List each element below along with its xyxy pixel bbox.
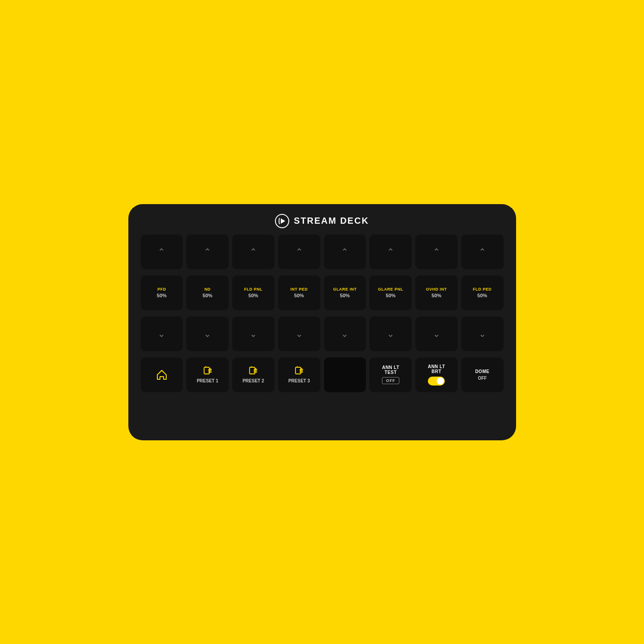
int-ped-value: 50% xyxy=(294,293,304,298)
btn-glare-int[interactable]: GLARE INT 50% xyxy=(324,275,366,310)
fld-pnl-label: FLD PNL xyxy=(244,287,263,292)
row-chevrons-down: ⌄ ⌄ ⌄ ⌄ ⌄ ⌄ ⌄ ⌄ xyxy=(141,316,504,351)
btn-int-ped[interactable]: INT PED 50% xyxy=(278,275,320,310)
preset-icon-3 xyxy=(294,366,304,377)
preset2-label: PRESET 2 xyxy=(242,378,264,383)
btn-ann-lt-test[interactable]: ANN LTTEST OFF xyxy=(369,357,412,392)
btn-down-nd[interactable]: ⌄ xyxy=(186,316,229,351)
dome-status: OFF xyxy=(478,376,487,381)
chevron-down-icon-4: ⌄ xyxy=(295,328,303,339)
chevron-up-icon-2: ⌃ xyxy=(204,246,211,257)
btn-pfd[interactable]: PFD 50% xyxy=(141,275,183,310)
btn-fld-ped[interactable]: FLD PED 50% xyxy=(461,275,504,310)
toggle-thumb-icon xyxy=(437,377,444,385)
chevron-down-icon-3: ⌄ xyxy=(250,328,257,339)
btn-glare-pnl[interactable]: GLARE PNL 50% xyxy=(369,275,412,310)
chevron-down-icon-2: ⌄ xyxy=(204,328,211,339)
chevron-down-icon-6: ⌄ xyxy=(387,328,394,339)
ann-lt-brt-toggle[interactable] xyxy=(428,377,445,386)
pfd-value: 50% xyxy=(157,293,167,298)
btn-dome[interactable]: DOME OFF xyxy=(461,357,504,392)
btn-down-fld-pnl[interactable]: ⌄ xyxy=(232,316,275,351)
stream-deck-logo-icon xyxy=(275,214,289,228)
btn-up-fld-ped[interactable]: ⌃ xyxy=(461,234,504,269)
btn-up-ovhd-int[interactable]: ⌃ xyxy=(415,234,458,269)
btn-preset-3[interactable]: PRESET 3 xyxy=(278,357,320,392)
chevron-down-icon-5: ⌄ xyxy=(341,328,349,339)
svg-marker-1 xyxy=(281,218,285,224)
ann-lt-test-label: ANN LTTEST xyxy=(382,365,399,375)
chevron-up-icon-3: ⌃ xyxy=(250,246,257,257)
dome-label: DOME xyxy=(475,369,489,374)
btn-down-fld-ped[interactable]: ⌄ xyxy=(461,316,504,351)
chevron-up-icon-6: ⌃ xyxy=(387,246,394,257)
preset3-label: PRESET 3 xyxy=(288,378,310,383)
btn-nd[interactable]: ND 50% xyxy=(186,275,229,310)
nd-value: 50% xyxy=(203,293,213,298)
header: STREAM DECK xyxy=(275,214,369,228)
btn-fld-pnl[interactable]: FLD PNL 50% xyxy=(232,275,275,310)
btn-preset-1[interactable]: PRESET 1 xyxy=(186,357,229,392)
btn-up-fld-pnl[interactable]: ⌃ xyxy=(232,234,275,269)
btn-up-pfd[interactable]: ⌃ xyxy=(141,234,183,269)
glare-pnl-label: GLARE PNL xyxy=(378,287,403,292)
fld-pnl-value: 50% xyxy=(248,293,258,298)
btn-home[interactable] xyxy=(141,357,183,392)
chevron-down-icon-1: ⌄ xyxy=(158,328,165,339)
chevron-down-icon-7: ⌄ xyxy=(433,328,440,339)
pfd-label: PFD xyxy=(157,287,166,292)
chevron-up-icon-4: ⌃ xyxy=(295,246,303,257)
btn-down-pfd[interactable]: ⌄ xyxy=(141,316,183,351)
ann-lt-brt-label: ANN LTBRT xyxy=(428,364,445,374)
btn-empty[interactable] xyxy=(324,357,366,392)
row-channels: PFD 50% ND 50% FLD PNL 50% INT PED 50% G… xyxy=(141,275,504,310)
chevron-up-icon-8: ⌃ xyxy=(479,246,486,257)
btn-up-nd[interactable]: ⌃ xyxy=(186,234,229,269)
ovhd-int-value: 50% xyxy=(431,293,441,298)
btn-up-int-ped[interactable]: ⌃ xyxy=(278,234,320,269)
preset-icon-1 xyxy=(202,366,213,377)
chevron-up-icon-5: ⌃ xyxy=(341,246,349,257)
nd-label: ND xyxy=(205,287,211,292)
btn-down-glare-pnl[interactable]: ⌄ xyxy=(369,316,412,351)
glare-pnl-value: 50% xyxy=(386,293,396,298)
preset1-label: PRESET 1 xyxy=(197,378,218,383)
glare-int-value: 50% xyxy=(340,293,350,298)
btn-up-glare-pnl[interactable]: ⌃ xyxy=(369,234,412,269)
btn-down-ovhd-int[interactable]: ⌄ xyxy=(415,316,458,351)
fld-ped-value: 50% xyxy=(477,293,487,298)
row-controls: PRESET 1 PRESET 2 PRES xyxy=(141,357,504,392)
chevron-down-icon-8: ⌄ xyxy=(479,328,486,339)
row-chevrons-up: ⌃ ⌃ ⌃ ⌃ ⌃ ⌃ ⌃ ⌃ xyxy=(141,234,504,269)
brand-title: STREAM DECK xyxy=(294,216,369,226)
stream-deck-device: STREAM DECK ⌃ ⌃ ⌃ ⌃ ⌃ ⌃ ⌃ ⌃ PFD 50% xyxy=(128,204,516,440)
chevron-up-icon-1: ⌃ xyxy=(158,246,165,257)
btn-down-glare-int[interactable]: ⌄ xyxy=(324,316,366,351)
btn-preset-2[interactable]: PRESET 2 xyxy=(232,357,275,392)
btn-ovhd-int[interactable]: OVHD INT 50% xyxy=(415,275,458,310)
fld-ped-label: FLD PED xyxy=(473,287,492,292)
chevron-up-icon-7: ⌃ xyxy=(433,246,440,257)
btn-down-int-ped[interactable]: ⌄ xyxy=(278,316,320,351)
preset-icon-2 xyxy=(248,366,258,377)
int-ped-label: INT PED xyxy=(291,287,308,292)
btn-ann-lt-brt[interactable]: ANN LTBRT xyxy=(415,357,458,392)
glare-int-label: GLARE INT xyxy=(333,287,357,292)
btn-up-glare-int[interactable]: ⌃ xyxy=(324,234,366,269)
ann-lt-test-status: OFF xyxy=(382,377,399,384)
ovhd-int-label: OVHD INT xyxy=(426,287,447,292)
home-icon xyxy=(156,369,168,381)
